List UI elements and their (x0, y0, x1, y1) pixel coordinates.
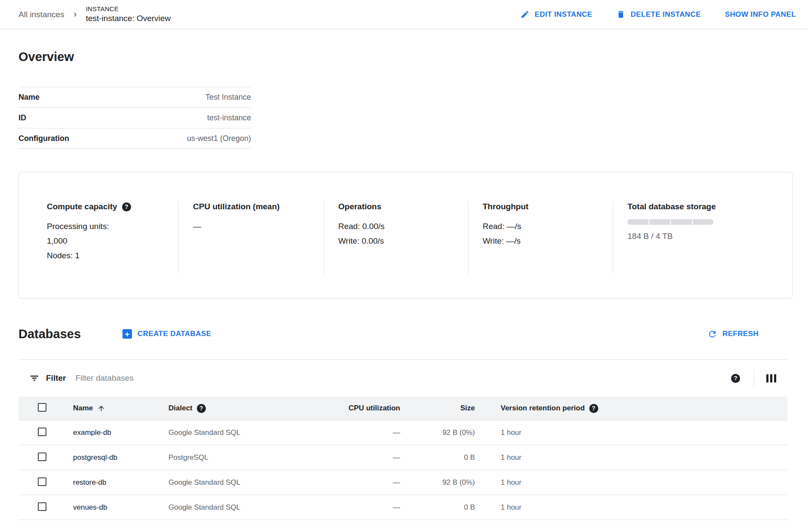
filter-help-icon[interactable] (731, 374, 740, 383)
table-row: venues-db Google Standard SQL — 0 B 1 ho… (18, 495, 787, 520)
filter-databases-input[interactable] (75, 373, 731, 383)
overview-row-name: Name Test Instance (18, 87, 251, 107)
column-header-retention: Version retention period (475, 404, 787, 413)
overview-table: Name Test Instance ID test-instance Conf… (18, 87, 251, 149)
filter-divider (754, 369, 754, 387)
database-dialect: Google Standard SQL (168, 503, 275, 512)
header-actions: EDIT INSTANCE DELETE INSTANCE SHOW INFO … (520, 10, 796, 19)
database-size: 92 B (0%) (400, 478, 475, 487)
overview-row-configuration: Configuration us-west1 (Oregon) (18, 128, 251, 149)
table-row: restore-db Google Standard SQL — 92 B (0… (18, 470, 787, 495)
show-info-panel-button[interactable]: SHOW INFO PANEL (725, 10, 796, 19)
database-cpu: — (275, 453, 400, 462)
database-dialect: Google Standard SQL (168, 428, 275, 437)
select-all-checkbox[interactable] (38, 403, 46, 412)
row-checkbox[interactable] (38, 453, 46, 461)
delete-instance-label: DELETE INSTANCE (630, 10, 701, 19)
database-retention: 1 hour (475, 453, 787, 462)
compute-capacity-nodes: Nodes: 1 (47, 248, 178, 263)
storage-usage-text: 184 B / 4 TB (627, 229, 793, 244)
filter-bar: Filter (18, 360, 787, 397)
chevron-right-icon (71, 11, 79, 18)
metric-operations: Operations Read: 0.00/s Write: 0.00/s (324, 202, 468, 274)
refresh-button[interactable]: REFRESH (707, 329, 759, 339)
show-info-panel-label: SHOW INFO PANEL (725, 10, 796, 19)
column-display-icon[interactable] (766, 374, 776, 382)
retention-help-icon[interactable] (589, 404, 598, 413)
pencil-icon (520, 10, 529, 19)
filter-label[interactable]: Filter (46, 373, 66, 383)
refresh-icon (707, 329, 717, 339)
database-cpu: — (275, 503, 400, 512)
row-checkbox[interactable] (38, 477, 46, 486)
create-database-label: CREATE DATABASE (138, 330, 211, 338)
overview-label-configuration: Configuration (18, 134, 187, 143)
database-retention: 1 hour (475, 503, 787, 512)
database-size: 0 B (400, 453, 475, 462)
page-title: test-instance: Overview (86, 13, 171, 24)
operations-title: Operations (338, 202, 381, 212)
size-header-label: Size (460, 404, 475, 413)
column-header-dialect: Dialect (168, 404, 275, 413)
sort-ascending-icon (97, 404, 105, 413)
database-cpu: — (275, 478, 400, 487)
instance-title-block: INSTANCE test-instance: Overview (86, 5, 171, 24)
overview-value-id: test-instance (207, 113, 251, 122)
databases-header: Databases CREATE DATABASE REFRESH (18, 326, 793, 342)
database-size: 92 B (0%) (400, 428, 475, 437)
retention-header-label: Version retention period (501, 404, 585, 413)
column-header-size: Size (400, 404, 475, 413)
dialect-header-label: Dialect (168, 404, 193, 413)
database-name-link[interactable]: example-db (73, 428, 168, 437)
throughput-title: Throughput (483, 202, 529, 212)
cpu-header-label: CPU utilization (349, 404, 400, 413)
help-icon[interactable] (122, 202, 131, 211)
top-bar: All instances INSTANCE test-instance: Ov… (0, 0, 808, 29)
filter-icon[interactable] (29, 373, 40, 383)
databases-heading: Databases (18, 326, 81, 342)
throughput-read: Read: —/s (483, 219, 613, 234)
compute-capacity-units-label: Processing units: (47, 219, 178, 234)
row-checkbox[interactable] (38, 428, 46, 436)
metric-total-storage: Total database storage 184 B / 4 TB (613, 202, 793, 274)
table-header-row: Name Dialect CPU utilization Size Versio… (18, 397, 787, 420)
name-header-label: Name (73, 404, 93, 413)
storage-usage-bar (627, 219, 713, 225)
operations-write: Write: 0.00/s (338, 234, 468, 248)
overview-label-id: ID (18, 113, 207, 122)
table-row: postgresql-db PostgreSQL — 0 B 1 hour (18, 445, 787, 470)
storage-bar-segment (693, 219, 714, 225)
database-name-link[interactable]: postgresql-db (73, 453, 168, 462)
delete-instance-button[interactable]: DELETE INSTANCE (616, 10, 701, 19)
database-name-link[interactable]: venues-db (73, 503, 168, 512)
trash-icon (616, 10, 625, 19)
database-name-link[interactable]: restore-db (73, 478, 168, 487)
throughput-write: Write: —/s (483, 234, 613, 248)
main-content: Overview Name Test Instance ID test-inst… (0, 49, 808, 520)
create-database-button[interactable]: CREATE DATABASE (122, 329, 211, 339)
breadcrumb-all-instances[interactable]: All instances (18, 10, 64, 19)
table-row: example-db Google Standard SQL — 92 B (0… (18, 420, 787, 445)
database-dialect: Google Standard SQL (168, 478, 275, 487)
operations-read: Read: 0.00/s (338, 219, 468, 234)
row-checkbox[interactable] (38, 502, 46, 511)
dialect-help-icon[interactable] (197, 404, 206, 413)
overview-value-name: Test Instance (205, 93, 251, 102)
edit-instance-label: EDIT INSTANCE (535, 10, 592, 19)
column-header-name[interactable]: Name (73, 404, 168, 413)
plus-icon (122, 329, 132, 339)
database-retention: 1 hour (475, 428, 787, 437)
instance-eyebrow: INSTANCE (86, 5, 171, 13)
metric-throughput: Throughput Read: —/s Write: —/s (468, 202, 613, 274)
edit-instance-button[interactable]: EDIT INSTANCE (520, 10, 592, 19)
overview-row-id: ID test-instance (18, 107, 251, 128)
overview-label-name: Name (18, 93, 205, 102)
column-header-cpu: CPU utilization (275, 404, 400, 413)
storage-bar-segment (649, 219, 670, 225)
compute-capacity-units-value: 1,000 (47, 234, 178, 248)
overview-heading: Overview (18, 49, 793, 64)
breadcrumb: All instances INSTANCE test-instance: Ov… (18, 5, 171, 24)
storage-bar-segment (627, 219, 649, 225)
database-cpu: — (275, 428, 400, 437)
refresh-label: REFRESH (722, 330, 759, 338)
